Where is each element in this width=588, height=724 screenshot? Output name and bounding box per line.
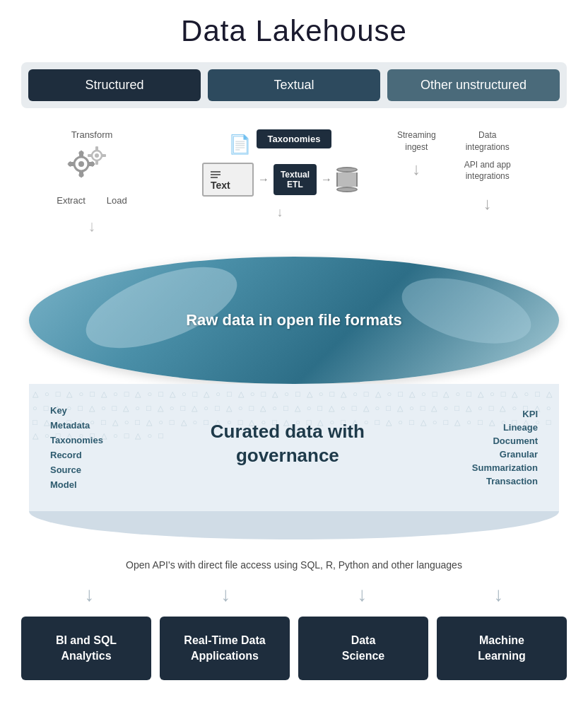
lineage-label: Lineage — [503, 422, 538, 433]
output-arrow-1: ↓ — [85, 583, 95, 606]
integrations-arrow: ↓ — [483, 194, 492, 214]
output-arrow-2: ↓ — [221, 583, 231, 606]
lake-top-surface: Raw data in open file formats — [29, 257, 559, 384]
textual-etl-box: Textual ETL — [274, 164, 317, 195]
api-integrations: API and appintegrations — [464, 159, 511, 183]
svg-rect-14 — [88, 154, 92, 157]
bi-sql-box: BI and SQLAnalytics — [21, 617, 151, 680]
integrations-section: Streamingingest ↓ Dataintegrations API a… — [397, 129, 567, 214]
structured-source: Structured — [28, 69, 201, 101]
lake-container: Raw data in open file formats △ ○ □ △ ○ … — [21, 257, 567, 539]
unstructured-source: Other unstructured — [387, 69, 560, 101]
bi-sql-label: BI and SQLAnalytics — [56, 633, 117, 665]
extract-label: Extract — [57, 195, 85, 206]
model-label: Model — [50, 479, 103, 490]
data-science-box: DataScience — [298, 617, 428, 680]
curated-overlay: Key Metadata Taxonomies Record Source Mo… — [50, 405, 538, 490]
load-label: Load — [107, 195, 127, 206]
streaming-label: Streamingingest — [397, 129, 436, 153]
data-integrations-label: Dataintegrations — [466, 129, 510, 153]
structured-etl: Transform — [21, 129, 163, 235]
api-integrations-label: API and appintegrations — [464, 159, 511, 183]
transaction-label: Transaction — [486, 476, 538, 486]
textual-pipeline: Text → Textual ETL → — [202, 163, 358, 197]
text-label: Text — [211, 180, 230, 191]
meta-left: Key Metadata Taxonomies Record Source Mo… — [50, 405, 103, 490]
kpi-label: KPI — [522, 409, 538, 419]
realtime-label: Real-Time DataApplications — [184, 633, 265, 665]
key-label: Key — [50, 405, 103, 416]
etl-label-line2: ETL — [287, 180, 303, 189]
streaming-ingest: Streamingingest ↓ — [397, 129, 436, 179]
output-arrows-row: ↓ ↓ ↓ ↓ — [21, 583, 567, 606]
curated-data-label: Curated data withgovernance — [211, 420, 365, 468]
docs-stack-icon: 📄📄 — [228, 134, 251, 156]
document-label: Document — [493, 436, 538, 446]
page-title: Data Lakehouse — [181, 14, 407, 48]
transform-label: Transform — [71, 129, 113, 140]
realtime-box: Real-Time DataApplications — [160, 617, 290, 680]
ml-box: MachineLearning — [437, 617, 567, 680]
gear-icon — [60, 143, 117, 185]
output-arrow-3: ↓ — [358, 583, 368, 606]
svg-rect-15 — [102, 154, 106, 157]
etl-arrow-down: ↓ — [88, 217, 96, 235]
summarization-label: Summarization — [472, 462, 538, 473]
granular-label: Granular — [500, 449, 538, 460]
svg-point-1 — [78, 161, 84, 167]
metadata-row: Key Metadata Taxonomies Record Source Mo… — [50, 405, 538, 490]
taxonomies-box: Taxonomies — [257, 129, 332, 148]
ml-label: MachineLearning — [478, 633, 526, 665]
data-sources-row: Structured Textual Other unstructured — [21, 62, 567, 108]
textual-source: Textual — [208, 69, 380, 101]
lake-disk: Raw data in open file formats △ ○ □ △ ○ … — [29, 257, 559, 539]
data-integrations: Dataintegrations — [466, 129, 510, 153]
database-icon — [336, 167, 358, 192]
source-label: Source — [50, 465, 81, 475]
pipeline-arrow-2: → — [321, 173, 332, 186]
svg-point-11 — [95, 153, 99, 158]
record-label: Record — [50, 450, 82, 460]
lake-body: △ ○ □ △ ○ □ △ ○ □ △ ○ □ △ ○ □ △ ○ □ △ ○ … — [29, 384, 559, 511]
lake-bottom — [29, 511, 559, 539]
ingestion-row: Transform — [21, 129, 567, 243]
data-int-group: Dataintegrations API and appintegrations… — [464, 129, 511, 214]
output-boxes: BI and SQLAnalytics Real-Time DataApplic… — [21, 617, 567, 680]
taxonomies-meta-label: Taxonomies — [50, 435, 103, 445]
text-box: Text — [202, 163, 254, 197]
etl-label-line1: Textual — [281, 170, 310, 180]
textual-etl-section: 📄📄 Taxonomies Text → Textual ETL → — [202, 129, 358, 220]
textual-arrow-down: ↓ — [277, 205, 283, 220]
metadata-label: Metadata — [50, 420, 103, 431]
streaming-arrow: ↓ — [412, 159, 421, 179]
api-description: Open API's with direct file access using… — [21, 559, 567, 571]
svg-rect-12 — [95, 146, 98, 151]
pipeline-arrow-1: → — [258, 173, 269, 186]
raw-data-label: Raw data in open file formats — [186, 311, 402, 329]
svg-rect-13 — [95, 160, 98, 165]
output-arrow-4: ↓ — [494, 583, 504, 606]
meta-right: KPI Lineage Document Granular Summarizat… — [472, 409, 538, 486]
data-science-label: DataScience — [342, 633, 384, 665]
